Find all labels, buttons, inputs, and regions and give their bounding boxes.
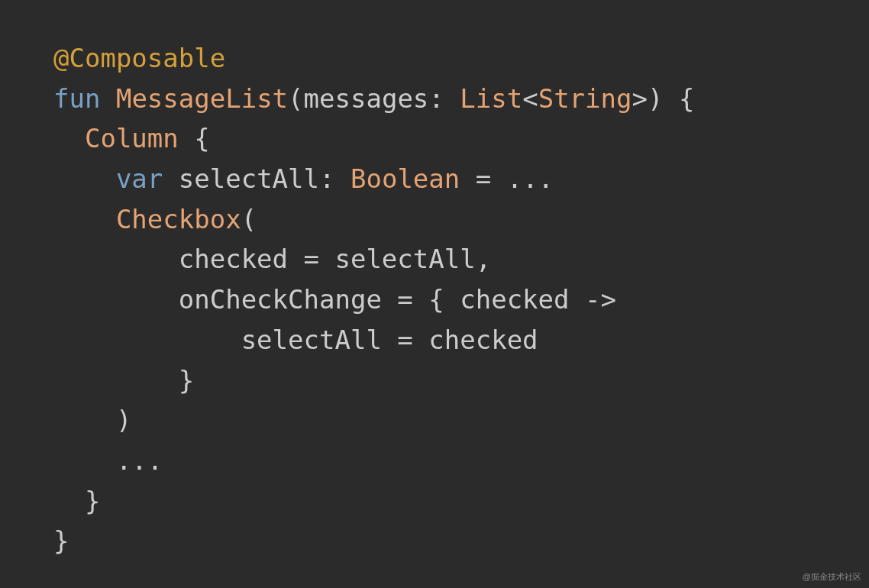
paren: ( [288,83,303,114]
code-line-3: Column { [53,123,210,153]
code-line-7: onCheckChange = { checked -> [53,284,616,315]
code-line-6: checked = selectAll, [53,244,491,274]
type-boolean: Boolean [351,163,460,194]
annotation: @Composable [53,43,225,73]
function-name: MessageList [116,83,288,114]
code-line-4: var selectAll: Boolean = ... [53,163,554,194]
colon: : [319,163,351,194]
brace: { [663,83,694,114]
code-line-2: fun MessageList(messages: List<String>) … [53,83,694,114]
brace: { [179,123,210,153]
checkbox-call: Checkbox [116,204,241,234]
code-line-1: @Composable [53,43,225,73]
code-line-10: ) [53,405,131,435]
ellipsis: ... [116,445,163,476]
arg-checked: checked = selectAll, [179,244,491,274]
var-name: selectAll [163,163,319,194]
lambda-body: selectAll = checked [241,325,538,355]
column-call: Column [85,123,179,153]
type-list: List [460,83,522,114]
paren-close: ) [116,405,131,435]
brace-close: } [53,525,69,556]
code-line-8: selectAll = checked [53,325,538,355]
paren-close: ) [648,83,663,114]
colon: : [428,83,460,114]
keyword-var: var [116,163,163,194]
arg-oncheck: onCheckChange = { checked -> [179,284,616,315]
paren: ( [241,204,257,234]
keyword-fun: fun [53,83,100,114]
code-line-9: } [53,365,194,396]
code-line-12: } [53,486,100,516]
brace-close: } [179,365,194,396]
assign: = ... [460,163,554,194]
type-string: String [538,83,632,114]
param-name: messages [304,83,429,114]
angle-open: < [522,83,538,114]
code-line-13: } [53,525,69,556]
brace-close: } [85,486,100,516]
code-block: @Composable fun MessageList(messages: Li… [53,38,869,561]
angle-close: > [632,83,647,114]
code-line-5: Checkbox( [53,204,257,234]
watermark: @掘金技术社区 [803,570,861,583]
code-line-11: ... [53,445,163,476]
